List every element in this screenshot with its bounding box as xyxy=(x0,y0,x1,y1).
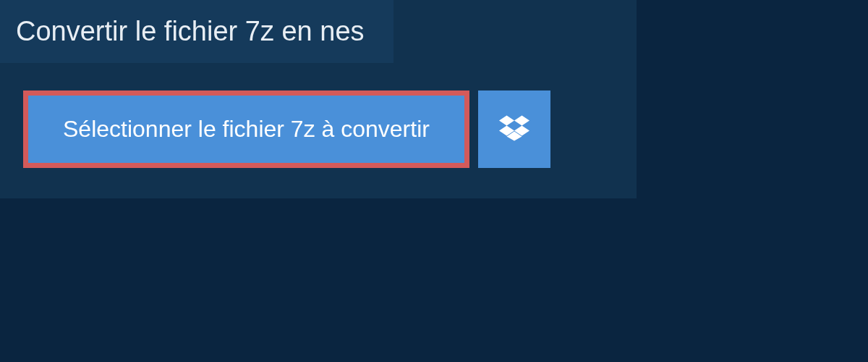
dropbox-button[interactable] xyxy=(478,90,550,168)
action-row: Sélectionner le fichier 7z à convertir xyxy=(0,63,637,198)
select-file-button[interactable]: Sélectionner le fichier 7z à convertir xyxy=(23,90,469,168)
dropbox-icon xyxy=(499,113,529,146)
page-title: Convertir le fichier 7z en nes xyxy=(0,0,393,63)
select-file-label: Sélectionner le fichier 7z à convertir xyxy=(63,116,430,143)
title-text: Convertir le fichier 7z en nes xyxy=(16,16,365,46)
converter-panel: Convertir le fichier 7z en nes Sélection… xyxy=(0,0,637,198)
